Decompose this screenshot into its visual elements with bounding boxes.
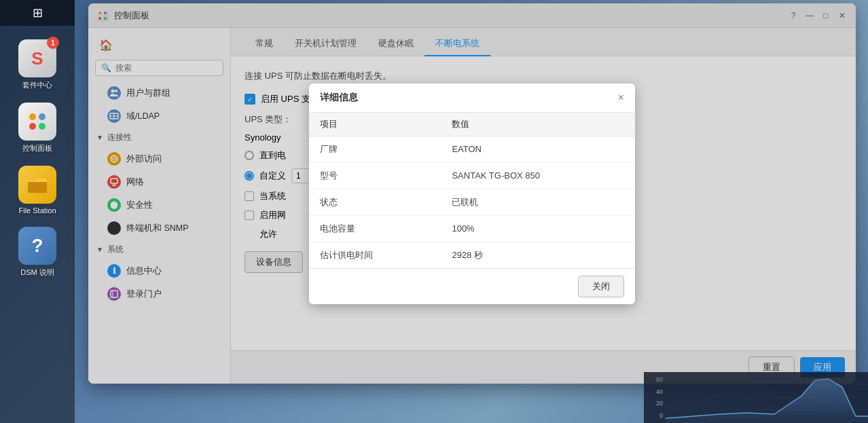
- row-key-brand: 厂牌: [309, 136, 441, 162]
- modal-body: 项目 数值 厂牌 EATON 型号 SANTAK TG-BOX 850: [309, 113, 635, 268]
- row-value-battery: 100%: [441, 215, 635, 242]
- detail-modal: 详细信息 × 项目 数值 厂牌 EATON: [309, 84, 635, 304]
- app-control-panel[interactable]: 控制面板: [10, 103, 65, 153]
- table-row: 电池容量 100%: [309, 215, 635, 242]
- taskbar-top-bar[interactable]: ⊞: [0, 0, 75, 26]
- file-station-label: File Station: [18, 206, 56, 215]
- row-key-status: 状态: [309, 189, 441, 215]
- row-value-model: SANTAK TG-BOX 850: [441, 162, 635, 189]
- svg-point-3: [39, 123, 46, 130]
- detail-table: 项目 数值 厂牌 EATON 型号 SANTAK TG-BOX 850: [309, 113, 635, 268]
- app-dsm-help[interactable]: ? DSM 说明: [10, 227, 65, 278]
- chart-val-0: 0: [645, 412, 663, 419]
- row-key-time: 估计供电时间: [309, 242, 441, 268]
- table-header-item: 项目: [309, 113, 441, 136]
- chart-val-40: 40: [645, 388, 663, 395]
- control-panel-icon: [18, 103, 56, 141]
- control-panel-window: 控制面板 ? — □ ✕ 🏠 🔍: [88, 3, 856, 384]
- row-value-brand: EATON: [441, 136, 635, 162]
- modal-header: 详细信息 ×: [309, 84, 635, 113]
- modal-close-button[interactable]: ×: [618, 92, 624, 103]
- modal-footer: 关闭: [309, 268, 635, 304]
- svg-point-0: [29, 113, 36, 120]
- table-header-value: 数值: [441, 113, 635, 136]
- svg-point-2: [29, 123, 36, 130]
- dsm-help-icon: ?: [18, 227, 56, 265]
- package-center-label: 套件中心: [22, 80, 52, 90]
- svg-rect-4: [28, 181, 47, 193]
- table-row: 型号 SANTAK TG-BOX 850: [309, 162, 635, 189]
- modal-close-btn[interactable]: 关闭: [578, 276, 624, 297]
- package-center-icon: S 1: [18, 39, 56, 77]
- control-panel-label: 控制面板: [22, 143, 52, 153]
- app-file-station[interactable]: File Station: [10, 166, 65, 215]
- row-value-time: 2928 秒: [441, 242, 635, 268]
- file-station-icon: [18, 166, 56, 204]
- row-key-battery: 电池容量: [309, 215, 441, 242]
- table-row: 估计供电时间 2928 秒: [309, 242, 635, 268]
- chart-val-20: 20: [645, 400, 663, 407]
- taskbar: ⊞ S 1 套件中心 控制面板 File Station: [0, 0, 75, 423]
- svg-point-1: [39, 113, 46, 120]
- dsm-help-label: DSM 说明: [20, 268, 54, 278]
- app-package-center[interactable]: S 1 套件中心: [10, 39, 65, 90]
- modal-overlay: 详细信息 × 项目 数值 厂牌 EATON: [88, 3, 856, 384]
- row-key-model: 型号: [309, 162, 441, 189]
- table-row: 状态 已联机: [309, 189, 635, 215]
- package-center-badge: 1: [47, 37, 59, 49]
- modal-title: 详细信息: [320, 92, 358, 104]
- row-value-status: 已联机: [441, 189, 635, 215]
- table-row: 厂牌 EATON: [309, 136, 635, 162]
- grid-icon: ⊞: [33, 5, 43, 20]
